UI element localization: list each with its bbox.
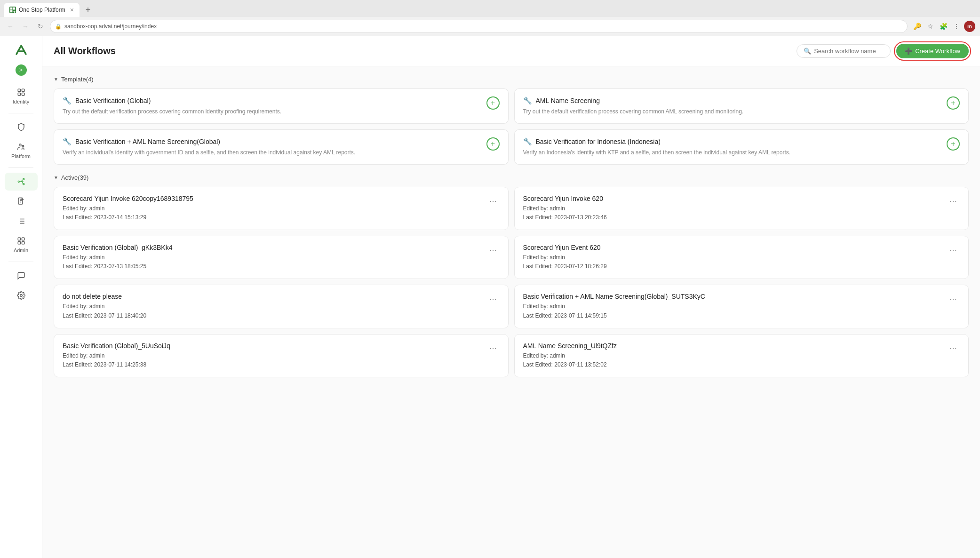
sidebar-toggle[interactable]: > bbox=[16, 64, 27, 76]
template-card-0-icon: 🔧 bbox=[63, 96, 72, 105]
active-section: ▼ Active(39) Scorecard Yijun Invoke 620c… bbox=[54, 174, 969, 378]
tab-title: One Stop Platform bbox=[19, 7, 65, 13]
sidebar-item-docs[interactable] bbox=[5, 192, 38, 210]
sidebar-item-settings[interactable] bbox=[5, 287, 38, 304]
active-card-2-name: Basic Verification (Global)_gKk3BKk4 bbox=[63, 244, 481, 251]
active-card-6-more-button[interactable]: ⋯ bbox=[486, 342, 500, 355]
reload-button[interactable]: ↻ bbox=[35, 21, 46, 32]
gear-icon bbox=[16, 290, 26, 301]
shield-icon bbox=[16, 122, 26, 132]
active-card-5-more-button[interactable]: ⋯ bbox=[947, 293, 960, 306]
sidebar-item-apps[interactable]: Admin bbox=[5, 232, 38, 257]
active-card-4-meta: Edited by: admin Last Edited: 2023-07-11… bbox=[63, 302, 481, 320]
edited-by-label-0: Edited by: bbox=[63, 205, 89, 212]
template-card-1-title: AML Name Screening bbox=[536, 97, 600, 104]
extension-icon[interactable]: 🧩 bbox=[938, 21, 949, 32]
svg-point-8 bbox=[23, 183, 24, 185]
template-card-2-title-row: 🔧 Basic Verification + AML Name Screenin… bbox=[63, 137, 481, 146]
template-card-2-icon: 🔧 bbox=[63, 137, 72, 146]
template-card-2-add-button[interactable]: + bbox=[486, 137, 500, 151]
sidebar-divider-3 bbox=[8, 262, 33, 262]
active-collapse-arrow: ▼ bbox=[54, 175, 58, 180]
active-card-7-date: 2023-07-11 13:52:02 bbox=[554, 361, 606, 368]
active-card-2-editor: admin bbox=[89, 254, 105, 261]
sidebar-section-platform: Platform bbox=[0, 118, 42, 163]
doc-icon bbox=[16, 196, 26, 207]
active-section-header[interactable]: ▼ Active(39) bbox=[54, 174, 969, 181]
active-card-4-editor: admin bbox=[89, 303, 105, 310]
active-card-3-body: Scorecard Yijun Event 620 Edited by: adm… bbox=[523, 244, 941, 271]
active-card-7-more-button[interactable]: ⋯ bbox=[947, 342, 960, 355]
bookmark-icon[interactable]: ☆ bbox=[924, 21, 936, 32]
people-icon bbox=[16, 142, 26, 152]
active-card-0-more-button[interactable]: ⋯ bbox=[486, 195, 500, 208]
sidebar-item-workflow[interactable] bbox=[5, 173, 38, 191]
active-card-7-name: AML Name Screening_Ul9tQZfz bbox=[523, 342, 941, 350]
template-card-0-add-button[interactable]: + bbox=[486, 96, 500, 110]
search-input[interactable] bbox=[814, 48, 884, 55]
new-tab-button[interactable]: + bbox=[81, 3, 95, 16]
address-bar[interactable]: 🔒 sandbox-oop.advai.net/journey/index bbox=[50, 20, 908, 33]
last-edited-label-1: Last Edited: bbox=[523, 214, 555, 221]
sidebar-item-platform[interactable]: Platform bbox=[5, 138, 38, 163]
active-card-5-meta: Edited by: admin Last Edited: 2023-07-11… bbox=[523, 302, 941, 320]
svg-point-6 bbox=[18, 181, 19, 183]
active-card-0-body: Scorecard Yijun Invoke 620copy1689318795… bbox=[63, 195, 481, 222]
password-manager-icon[interactable]: 🔑 bbox=[911, 21, 923, 32]
sidebar-item-list[interactable] bbox=[5, 212, 38, 230]
template-card-0-title-row: 🔧 Basic Verification (Global) bbox=[63, 96, 481, 105]
tab-close-button[interactable]: × bbox=[70, 6, 74, 14]
edited-by-label-7: Edited by: bbox=[523, 352, 550, 359]
templates-section-label: Template(4) bbox=[61, 76, 94, 83]
active-card-1-more-button[interactable]: ⋯ bbox=[947, 195, 960, 208]
active-card-6-meta: Edited by: admin Last Edited: 2023-07-11… bbox=[63, 351, 481, 369]
svg-rect-13 bbox=[22, 242, 24, 244]
template-card-3-title: Basic Verification for Indonesia (Indone… bbox=[536, 138, 661, 145]
active-cards-grid: Scorecard Yijun Invoke 620copy1689318795… bbox=[54, 187, 969, 378]
sidebar-item-shield[interactable] bbox=[5, 118, 38, 136]
create-workflow-button[interactable]: ➕ Create Workflow bbox=[896, 44, 969, 58]
active-card-6: Basic Verification (Global)_5UuSoiJq Edi… bbox=[54, 334, 509, 377]
template-card-1-add-button[interactable]: + bbox=[947, 96, 960, 110]
main-content: All Workflows 🔍 ➕ Create Workflow ▼ Temp… bbox=[42, 36, 980, 558]
profile-avatar[interactable]: m bbox=[964, 21, 975, 32]
active-card-0-editor: admin bbox=[89, 205, 105, 212]
active-card-7-editor: admin bbox=[550, 352, 565, 359]
active-card-2-body: Basic Verification (Global)_gKk3BKk4 Edi… bbox=[63, 244, 481, 271]
address-text: sandbox-oop.advai.net/journey/index bbox=[64, 23, 157, 30]
sidebar-section-admin bbox=[0, 267, 42, 304]
active-card-0: Scorecard Yijun Invoke 620copy1689318795… bbox=[54, 187, 509, 230]
sidebar-item-chat[interactable] bbox=[5, 267, 38, 285]
more-icon[interactable]: ⋮ bbox=[951, 21, 962, 32]
search-box[interactable]: 🔍 bbox=[797, 44, 891, 58]
last-edited-label-0: Last Edited: bbox=[63, 214, 94, 221]
active-card-3-more-button[interactable]: ⋯ bbox=[947, 244, 960, 257]
active-card-1-meta: Edited by: admin Last Edited: 2023-07-13… bbox=[523, 204, 941, 222]
edited-by-label-1: Edited by: bbox=[523, 205, 550, 212]
sidebar-item-identity-label: Identity bbox=[13, 99, 29, 104]
active-card-2-more-button[interactable]: ⋯ bbox=[486, 244, 500, 257]
active-card-6-editor: admin bbox=[89, 352, 105, 359]
template-card-3-title-row: 🔧 Basic Verification for Indonesia (Indo… bbox=[523, 137, 941, 146]
template-card-3-desc: Verify an Indonesia's identity with KTP … bbox=[523, 149, 941, 157]
template-card-3-add-button[interactable]: + bbox=[947, 137, 960, 151]
sidebar-item-identity[interactable]: Identity bbox=[5, 83, 38, 108]
active-card-4-more-button[interactable]: ⋯ bbox=[486, 293, 500, 306]
template-card-1: 🔧 AML Name Screening Try out the default… bbox=[514, 88, 969, 124]
templates-section-header[interactable]: ▼ Template(4) bbox=[54, 76, 969, 83]
active-card-5-body: Basic Verification + AML Name Screening(… bbox=[523, 293, 941, 320]
back-button[interactable]: ← bbox=[5, 21, 16, 32]
active-card-5: Basic Verification + AML Name Screening(… bbox=[514, 285, 969, 328]
browser-tab-active[interactable]: One Stop Platform × bbox=[4, 3, 80, 17]
active-section-label: Active(39) bbox=[61, 174, 89, 181]
page-title: All Workflows bbox=[54, 46, 116, 56]
active-card-3-date: 2023-07-12 18:26:29 bbox=[554, 263, 606, 270]
templates-collapse-arrow: ▼ bbox=[54, 77, 58, 82]
active-card-3-meta: Edited by: admin Last Edited: 2023-07-12… bbox=[523, 253, 941, 271]
forward-button[interactable]: → bbox=[20, 21, 31, 32]
svg-rect-3 bbox=[22, 93, 24, 96]
apps-icon bbox=[16, 236, 26, 246]
edited-by-label-6: Edited by: bbox=[63, 352, 89, 359]
template-card-0-title: Basic Verification (Global) bbox=[75, 97, 151, 104]
browser-tabs: One Stop Platform × + bbox=[0, 0, 980, 17]
